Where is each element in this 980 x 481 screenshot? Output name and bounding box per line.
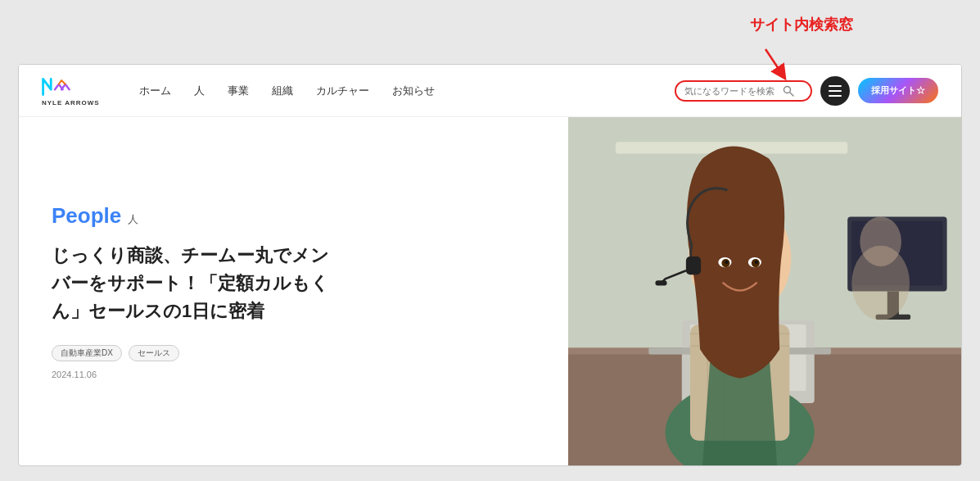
svg-point-26 [725,261,728,264]
article-content: People 人 じっくり商談、チームー丸でメンバーをサポート！「定額カルもくん… [19,117,568,465]
svg-line-3 [790,93,793,96]
hamburger-line [829,85,842,87]
browser-frame: NYLE ARROWS ホーム 人 事業 組織 カルチャー お知らせ [18,64,962,466]
menu-button[interactable] [820,76,850,106]
article-title: じっくり商談、チームー丸でメンバーをサポート！「定額カルもくん」セールスの1日に… [52,242,346,325]
svg-rect-29 [655,280,666,285]
svg-point-31 [860,216,901,266]
svg-point-2 [784,86,791,93]
photo-scene [568,117,961,465]
nav-item-culture[interactable]: カルチャー [316,84,369,98]
nav-item-home[interactable]: ホーム [139,84,171,98]
category-ja: 人 [128,212,138,227]
logo-text: NYLE ARROWS [42,99,100,107]
recruit-button[interactable]: 採用サイト☆ [858,78,938,103]
search-box[interactable] [675,80,812,102]
search-input[interactable] [684,86,783,96]
search-icon [783,85,794,97]
main-nav: ホーム 人 事業 組織 カルチャー お知らせ [139,84,675,98]
main-content: People 人 じっくり商談、チームー丸でメンバーをサポート！「定額カルもくん… [19,117,961,465]
tag-automotive[interactable]: 自動車産業DX [52,345,122,361]
svg-line-1 [765,49,782,74]
article-date: 2024.11.06 [52,370,535,379]
svg-point-27 [755,261,758,264]
article-image [568,117,961,465]
hamburger-line [829,95,842,97]
annotation-arrow [759,48,792,80]
nav-item-people[interactable]: 人 [194,84,205,98]
people-heading: People 人 [52,203,535,229]
search-button[interactable] [783,85,794,97]
nav-item-business[interactable]: 事業 [228,84,249,98]
category-en: People [52,203,121,229]
tag-sales[interactable]: セールス [129,345,179,361]
annotation-label: サイト内検索窓 [750,15,853,34]
nav-item-org[interactable]: 組織 [272,84,293,98]
site-header: NYLE ARROWS ホーム 人 事業 組織 カルチャー お知らせ [19,65,961,117]
header-right: 採用サイト☆ [675,76,938,106]
logo-icon [42,75,81,98]
hamburger-line [829,90,842,92]
nav-item-news[interactable]: お知らせ [392,84,435,98]
logo[interactable]: NYLE ARROWS [42,75,100,107]
tag-list: 自動車産業DX セールス [52,345,535,361]
svg-rect-28 [686,256,701,275]
